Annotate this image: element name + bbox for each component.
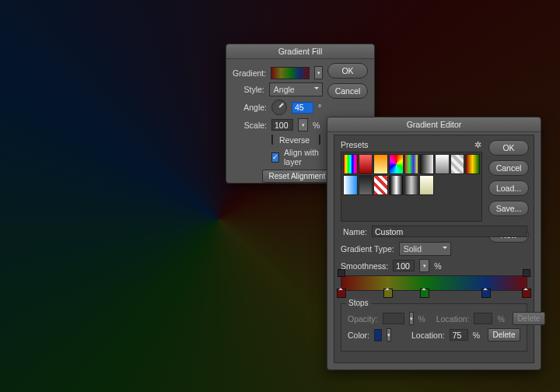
dither-checkbox[interactable] [319,135,320,145]
preset-swatch[interactable] [373,175,388,195]
angle-label: Angle: [233,103,267,112]
angle-dial[interactable] [271,100,287,115]
gradient-fill-title: Gradient Fill [226,44,374,59]
preset-swatch[interactable] [419,154,434,174]
color-delete-button[interactable]: Delete [488,328,520,341]
preset-swatch[interactable] [389,175,404,195]
preset-swatch[interactable] [359,175,373,195]
ok-button[interactable]: OK [327,63,368,79]
scale-label: Scale: [233,121,267,130]
preset-swatch[interactable] [373,154,388,174]
style-label: Style: [233,85,264,94]
scale-input[interactable] [271,119,293,131]
color-stop[interactable] [337,289,346,298]
color-stop[interactable] [522,289,531,298]
opacity-stop[interactable] [338,269,345,277]
gradient-dropdown[interactable]: ▾ [314,66,323,79]
preset-swatch[interactable] [419,175,434,195]
color-location-label: Location: [411,331,445,340]
stops-title: Stops [346,299,371,307]
preset-swatch[interactable] [359,154,373,174]
editor-ok-button[interactable]: OK [488,140,529,156]
save-button[interactable]: Save... [488,201,529,216]
gradient-editor-dialog: Gradient Editor OK Cancel Load... Save..… [327,117,541,370]
preset-swatch[interactable] [404,154,419,174]
angle-unit: ° [318,103,321,112]
color-dropdown[interactable]: ▾ [387,328,391,341]
editor-cancel-button[interactable]: Cancel [488,160,529,176]
gradient-type-select[interactable]: Solid [399,242,451,256]
scale-dropdown[interactable]: ▾ [298,118,308,131]
presets-grid [341,152,482,222]
name-input[interactable] [372,226,527,237]
angle-input[interactable] [292,102,313,114]
load-button[interactable]: Load... [488,180,529,196]
opacity-location-unit: % [497,314,504,324]
gradient-label: Gradient: [233,68,266,78]
smoothness-dropdown[interactable]: ▾ [419,259,429,272]
preset-swatch[interactable] [343,175,358,195]
scale-unit: % [313,121,320,130]
gradient-editor-title: Gradient Editor [327,117,541,132]
preset-swatch[interactable] [435,154,450,174]
opacity-dropdown: ▾ [409,312,414,325]
reverse-checkbox[interactable] [271,135,273,145]
color-stop[interactable] [383,289,393,298]
opacity-stop[interactable] [523,269,530,277]
gradient-type-label: Gradient Type: [341,244,394,254]
color-location-input[interactable] [450,329,468,341]
smoothness-unit: % [434,261,441,271]
color-location-unit: % [473,331,480,340]
name-label: Name: [341,227,367,236]
preset-swatch[interactable] [343,154,358,174]
color-swatch[interactable] [374,329,382,341]
reverse-label: Reverse [279,135,310,145]
presets-label: Presets [341,140,369,149]
smoothness-label: Smoothness: [341,261,388,271]
preset-swatch[interactable] [404,175,419,195]
preset-swatch[interactable] [450,154,465,174]
gear-icon[interactable]: ✲ [473,140,482,149]
align-checkbox[interactable]: ✓ [271,152,279,163]
opacity-location-input [474,313,492,324]
opacity-unit: % [418,314,425,324]
align-label: Align with layer [284,148,323,166]
cancel-button[interactable]: Cancel [327,83,368,99]
color-stop[interactable] [420,289,429,298]
style-select[interactable]: Angle [269,82,323,96]
color-stop[interactable] [481,289,491,298]
opacity-label: Opacity: [348,314,378,324]
gradient-swatch[interactable] [271,67,310,79]
preset-swatch[interactable] [389,154,404,174]
opacity-location-label: Location: [436,314,470,324]
reset-alignment-button[interactable]: Reset Alignment [262,170,332,183]
opacity-delete-button: Delete [513,312,545,325]
gradient-bar[interactable] [341,275,527,291]
smoothness-input[interactable] [393,260,415,271]
preset-swatch[interactable] [465,154,480,174]
color-label: Color: [348,331,369,340]
opacity-input [383,313,404,324]
